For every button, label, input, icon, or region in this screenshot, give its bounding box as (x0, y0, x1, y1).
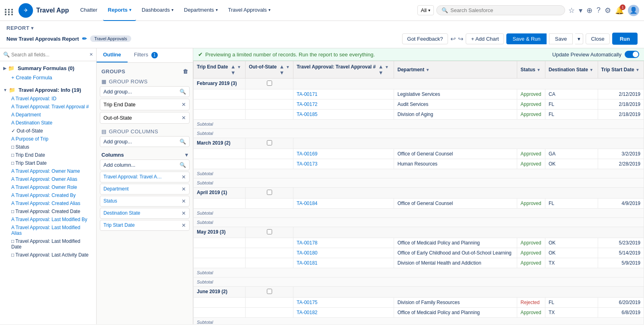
filter-ta-num-icon[interactable]: ▼ (385, 65, 389, 69)
groups-delete-icon[interactable]: 🗑 (183, 68, 188, 75)
panel-tabs: Outline Filters 1 (97, 48, 193, 63)
app-launcher-icon[interactable] (5, 6, 14, 15)
report-label-dropdown-icon[interactable]: ▾ (31, 25, 34, 31)
remove-trip-end-date-icon[interactable]: ✕ (182, 101, 186, 108)
subtotal-row: Subtotal (194, 120, 644, 129)
field-last-activity-date[interactable]: □ Travel Approval: Last Activity Date (3, 251, 93, 259)
got-feedback-button[interactable]: Got Feedback? (402, 33, 448, 44)
cell-department: Office of Early Childhood and Out-of-Sch… (394, 248, 517, 258)
auto-update-toggle[interactable] (625, 51, 639, 58)
filter-dest-state-icon[interactable]: ▼ (589, 68, 593, 72)
help-icon[interactable]: ? (597, 6, 601, 14)
field-trip-end-date[interactable]: □ Trip End Date (3, 151, 93, 159)
col-header-travel-approval-num[interactable]: Travel Approval: Travel Approval # ▲▼ ▼ (293, 61, 394, 79)
settings-icon[interactable]: ⚙ (605, 6, 611, 15)
filter-out-of-state-icon[interactable]: ▼ (286, 65, 290, 69)
group-checkbox[interactable] (246, 79, 293, 89)
field-last-modified-by[interactable]: A Travel Approval: Last Modified By (3, 215, 93, 224)
add-column-button[interactable]: Add column... 🔍 (100, 159, 190, 170)
cell-ta-num: TA-00175 (293, 298, 394, 308)
notification-bell[interactable]: 🔔 1 (615, 6, 624, 15)
cell-ta-num: TA-00185 (293, 110, 394, 120)
undo-button[interactable]: ↩ (450, 35, 456, 43)
group-checkbox[interactable] (246, 227, 293, 238)
field-destination-state[interactable]: A Destination State (3, 119, 93, 127)
columns-dropdown-icon[interactable]: ▾ (185, 152, 188, 158)
add-icon[interactable]: ⊕ (586, 6, 592, 15)
filter-dept-icon[interactable]: ▼ (426, 68, 430, 72)
run-button[interactable]: Run (612, 33, 638, 45)
favorites-dropdown-icon[interactable]: ▾ (579, 6, 582, 15)
save-and-run-button[interactable]: Save & Run (506, 33, 546, 44)
filter-trip-end-date-icon[interactable]: ▼ (237, 65, 241, 69)
add-group-button[interactable]: Add group... 🔍 (100, 86, 190, 97)
redo-button[interactable]: ↪ (458, 35, 463, 43)
cell-department: Office of General Counsel (394, 199, 517, 209)
remove-col-ta-num-icon[interactable]: ✕ (182, 174, 186, 180)
field-travel-approval-id[interactable]: A Travel Approval: ID (3, 95, 93, 103)
field-travel-approval-number[interactable]: A Travel Approval: Travel Approval # (3, 103, 93, 111)
save-dropdown-button[interactable]: ▾ (575, 33, 583, 44)
tab-outline[interactable]: Outline (97, 48, 128, 62)
nav-departments[interactable]: Departments ▾ (179, 0, 222, 21)
remove-col-trip-start-icon[interactable]: ✕ (182, 222, 186, 228)
favorites-icon[interactable]: ☆ (568, 6, 575, 15)
col-header-out-of-state[interactable]: Out-of-State ▲▼ ▼ (246, 61, 293, 79)
col-header-trip-end-date[interactable]: Trip End Date ▲▼ ▼ (194, 61, 246, 79)
remove-out-of-state-icon[interactable]: ✕ (182, 115, 186, 121)
search-scope-selector[interactable]: All ▾ (417, 5, 434, 15)
field-department[interactable]: A Department (3, 111, 93, 119)
remove-col-dept-icon[interactable]: ✕ (182, 186, 186, 192)
col-header-status[interactable]: Status ▼ (517, 61, 545, 79)
cell-dest-state: TX (545, 258, 598, 268)
col-header-destination-state[interactable]: Destination State ▼ (545, 61, 598, 79)
field-owner-name[interactable]: A Travel Approval: Owner Name (3, 167, 93, 175)
summary-formulas-header[interactable]: ▶ 📁 Summary Formulas (0) (3, 64, 93, 73)
field-last-modified-date[interactable]: □ Travel Approval: Last Modified Date (3, 237, 93, 251)
nav-travel-approvals[interactable]: Travel Approvals ▾ (223, 0, 275, 21)
nav-chatter[interactable]: Chatter (75, 0, 102, 21)
field-out-of-state[interactable]: ✓ Out-of-State (3, 127, 93, 135)
group-checkbox[interactable] (246, 138, 293, 149)
create-formula-link[interactable]: + Create Formula (3, 73, 93, 82)
col-header-trip-start-date[interactable]: Trip Start Date ▼ (598, 61, 644, 79)
field-owner-alias[interactable]: A Travel Approval: Owner Alias (3, 175, 93, 183)
cell-ta-num: TA-00184 (293, 199, 394, 209)
field-last-modified-alias[interactable]: A Travel Approval: Last Modified Alias (3, 224, 93, 237)
close-button[interactable]: Close (586, 33, 609, 44)
col-header-department[interactable]: Department ▼ (394, 61, 517, 79)
field-status[interactable]: □ Status (3, 143, 93, 151)
field-owner-role[interactable]: A Travel Approval: Owner Role (3, 183, 93, 191)
nav-reports[interactable]: Reports ▾ (103, 0, 136, 21)
group-checkbox[interactable] (246, 188, 293, 199)
group-checkbox[interactable] (246, 287, 293, 298)
cell-department: Office of General Counsel (394, 149, 517, 159)
field-trip-start-date[interactable]: □ Trip Start Date (3, 159, 93, 167)
field-purpose-of-trip[interactable]: A Purpose of Trip (3, 135, 93, 143)
add-group-column-button[interactable]: Add group... 🔍 (100, 136, 190, 147)
filter-status-icon[interactable]: ▼ (537, 68, 541, 72)
nav-dashboards[interactable]: Dashboards ▾ (137, 0, 178, 21)
filter-trip-start-icon[interactable]: ▼ (636, 68, 640, 72)
cell-dest-state: FL (545, 99, 598, 110)
field-search-input[interactable] (11, 52, 88, 58)
remove-col-status-icon[interactable]: ✕ (182, 198, 186, 204)
filters-badge: 1 (151, 52, 158, 58)
cell-trip-start-date: 5/14/2019 (598, 248, 644, 258)
remove-col-dest-state-icon[interactable]: ✕ (182, 210, 186, 216)
travel-approval-group-header[interactable]: ▼ 📁 Travel Approval: Info (19) (3, 85, 93, 95)
report-title: New Travel Approvals Report ✏ Travel App… (6, 35, 131, 42)
report-table-panel: ✔ Previewing a limited number of records… (193, 48, 644, 324)
field-created-date[interactable]: □ Travel Approval: Created Date (3, 207, 93, 215)
global-search-input[interactable] (450, 7, 560, 13)
report-title-edit-icon[interactable]: ✏ (82, 35, 87, 42)
add-chart-button[interactable]: + Add Chart (466, 33, 504, 44)
field-search-clear-icon[interactable]: ✕ (89, 52, 93, 57)
report-label: REPORT ▾ (6, 23, 638, 31)
cell-dest-state: FL (545, 298, 598, 308)
save-button[interactable]: Save (549, 33, 573, 44)
tab-filters[interactable]: Filters 1 (128, 48, 164, 62)
field-created-alias[interactable]: A Travel Approval: Created Alias (3, 199, 93, 207)
user-avatar[interactable]: 👤 (628, 5, 639, 16)
field-created-by[interactable]: A Travel Approval: Created By (3, 191, 93, 199)
